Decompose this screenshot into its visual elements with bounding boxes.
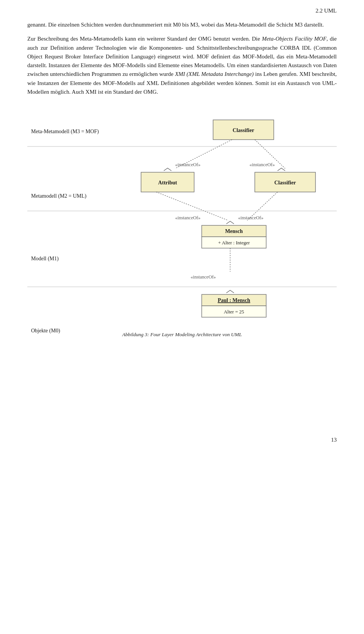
box-m0-paul-header-text: Paul : Mensch xyxy=(218,297,250,303)
iof-label-2: «instanceOf» xyxy=(249,162,275,167)
layer-m3-label: Meta-Metamodell (M3 = MOF) xyxy=(31,129,99,135)
box-m0-paul-body-text: Alter = 25 xyxy=(224,309,244,315)
arrowhead-m2-attribut xyxy=(164,168,171,171)
section-header: 2.2 UML xyxy=(315,8,337,14)
iof-label-1: «instanceOf» xyxy=(175,162,201,167)
box-m2-classifier-text: Classifier xyxy=(275,180,296,186)
diagram-svg: .layer-label { font-family: "Times New R… xyxy=(27,109,337,431)
iof-label-3: «instanceOf» xyxy=(175,215,201,220)
paragraph-1: genannt. Die einzelnen Schichten werden … xyxy=(27,20,337,29)
arrowhead-m2-classifier xyxy=(278,168,285,171)
arrowhead-m0-paul xyxy=(226,290,234,293)
page-number: 13 xyxy=(331,437,337,443)
iof-label-4: «instanceOf» xyxy=(238,215,264,220)
layer-m0-label: Objekte (M0) xyxy=(31,328,60,334)
box-m1-mensch-header-text: Mensch xyxy=(225,228,243,234)
diagram-container: .layer-label { font-family: "Times New R… xyxy=(27,109,337,433)
iof-label-5: «instanceOf» xyxy=(191,274,216,280)
box-m2-attribut-text: Attribut xyxy=(158,180,177,186)
arrowhead-m1-mensch xyxy=(226,221,234,224)
box-m3-classifier-text: Classifier xyxy=(233,127,254,133)
paragraph-2: Zur Beschreibung des Meta-Metamodells ka… xyxy=(27,35,337,96)
diagram-caption: Abbildung 3: Four Layer Modeling Archite… xyxy=(122,332,242,337)
page: 2.2 UML genannt. Die einzelnen Schichten… xyxy=(0,0,364,455)
layer-m2-label: Metamodell (M2 = UML) xyxy=(31,193,86,199)
box-m1-mensch-body-text: + Alter : Integer xyxy=(218,240,250,245)
layer-m1-label: Modell (M1) xyxy=(31,256,59,262)
